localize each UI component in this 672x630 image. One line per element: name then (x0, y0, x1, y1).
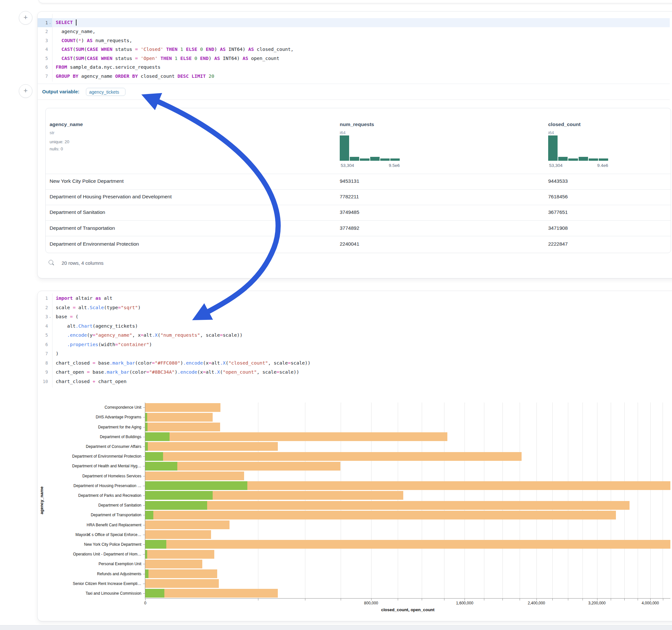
closed_count-bar (145, 442, 278, 451)
x-axis-tick (341, 599, 341, 601)
y-axis-label: Department for the Aging (44, 425, 141, 429)
code-line[interactable]: 4 CAST(SUM(CASE WHEN status = 'Closed' T… (38, 45, 670, 54)
column-header[interactable]: closed_count (548, 122, 581, 127)
code-line[interactable]: 2scale = alt.Scale(type="sqrt") (38, 303, 670, 312)
column-type: i64 (340, 130, 345, 135)
closed_count-bar (145, 471, 244, 480)
gridline (258, 403, 258, 598)
table-cell[interactable]: 7782211 (340, 194, 359, 200)
table-cell[interactable]: 3677651 (548, 209, 568, 215)
open_count-bar (145, 540, 166, 549)
open_count-bar (145, 462, 177, 470)
code-line[interactable]: 3 COUNT(*) AS num_requests, (38, 36, 670, 45)
y-axis-label: Department of Consumer Affairs (44, 444, 141, 449)
table-cell[interactable]: 3749485 (340, 209, 359, 215)
closed_count-bar (145, 579, 219, 588)
y-axis-label: Department of Transportation (44, 513, 141, 517)
table-cell[interactable]: 3774892 (340, 225, 359, 231)
open_count-bar (145, 501, 207, 510)
table-cell[interactable]: 2240041 (340, 241, 359, 247)
closed_count-bar (145, 550, 214, 559)
code-line[interactable]: 8chart_closed = base.mark_bar(color="#FF… (38, 358, 670, 368)
code-line[interactable]: 1import altair as alt (38, 294, 670, 303)
table-cell[interactable]: Department of Transportation (50, 225, 115, 231)
table-cell[interactable]: 9443533 (548, 178, 568, 184)
code-line[interactable]: 9chart_open = base.mark_bar(color="#8BC3… (38, 367, 670, 377)
column-histogram (340, 136, 400, 161)
code-line[interactable]: 7GROUP BY agency_name ORDER BY closed_co… (38, 72, 670, 81)
x-axis-tick-label: 0 (144, 601, 146, 605)
histogram-min-label: 53,304 (549, 163, 562, 168)
code-text: scale = alt.Scale(type="sqrt") (52, 305, 141, 310)
line-gutter: 5 (38, 331, 52, 340)
table-cell[interactable]: New York City Police Department (50, 178, 123, 184)
x-axis-tick (502, 599, 503, 601)
chart-plot-area (145, 403, 670, 598)
line-gutter: 3⌄ (38, 312, 52, 321)
x-axis-tick (464, 599, 465, 601)
y-axis-label: DHS Advantage Programs (44, 415, 141, 419)
open_count-bar (145, 511, 153, 519)
code-line[interactable]: 1⌄SELECT (38, 18, 670, 27)
gridline (638, 403, 638, 598)
code-line[interactable]: 6 .properties(width="container") (38, 340, 670, 349)
x-axis-tick (258, 599, 258, 601)
code-line[interactable]: 5 CAST(SUM(CASE WHEN status = 'Open' THE… (38, 54, 670, 63)
line-number: 10 (38, 379, 48, 384)
gridline (371, 403, 371, 598)
y-axis-label: New York City Police Department (44, 542, 141, 547)
code-line[interactable]: 2 agency_name, (38, 27, 670, 36)
notebook-page: { "sql_cell": { "output_label": "Output … (0, 0, 672, 630)
table-cell[interactable]: Department of Sanitation (50, 209, 105, 215)
y-axis-label: Senior Citizen Rent Increase Exempti… (44, 581, 141, 586)
x-axis-tick (398, 599, 398, 601)
line-number: 4 (38, 323, 48, 329)
code-text: agency_name, (52, 29, 95, 34)
x-axis-tick-label: 800,000 (364, 601, 378, 605)
fold-chevron-icon[interactable]: ⌄ (48, 21, 52, 24)
code-line[interactable]: 7) (38, 349, 670, 358)
code-line[interactable]: 4 alt.Chart(agency_tickets) (38, 321, 670, 331)
histogram-bar (589, 159, 598, 161)
line-number: 7 (38, 74, 48, 79)
fold-chevron-icon[interactable]: ⌄ (48, 315, 52, 318)
row-separator (46, 205, 671, 205)
y-axis-label: Correspondence Unit (44, 405, 141, 410)
add-cell-button-output[interactable]: + (19, 84, 32, 98)
column-type: str (50, 130, 54, 135)
code-text: FROM sample_data.nyc.service_requests (52, 65, 161, 70)
column-type: i64 (548, 130, 554, 135)
table-cell[interactable]: 3471908 (548, 225, 568, 231)
y-axis-label: Personal Exemption Unit (44, 562, 141, 566)
line-gutter: 8 (38, 358, 52, 368)
row-separator (46, 236, 671, 236)
table-cell[interactable]: 7618456 (548, 194, 568, 200)
table-cell[interactable]: 2222847 (548, 241, 568, 247)
line-gutter: 2 (38, 27, 52, 36)
code-line[interactable]: 3⌄base = ( (38, 312, 670, 321)
open_count-bar (145, 432, 170, 441)
code-line[interactable]: 5 .encode(y="agency_name", x=alt.X("num_… (38, 331, 670, 340)
x-axis-tick (650, 599, 651, 601)
sql-code-editor[interactable]: 1⌄SELECT 2 agency_name,3 COUNT(*) AS num… (38, 18, 670, 81)
gridline (611, 403, 611, 598)
code-line[interactable]: 10chart_closed + chart_open (38, 377, 670, 386)
open_count-bar (145, 442, 148, 451)
column-header[interactable]: agency_name (50, 122, 83, 127)
code-text: base = ( (52, 314, 78, 319)
table-cell[interactable]: Department of Housing Preservation and D… (50, 194, 172, 200)
code-text: chart_closed = base.mark_bar(color="#FFC… (52, 360, 311, 366)
code-line[interactable]: 6FROM sample_data.nyc.service_requests (38, 63, 670, 72)
add-cell-button-top[interactable]: + (19, 11, 32, 25)
closed_count-bar (145, 520, 230, 529)
table-cell[interactable]: 9453131 (340, 178, 359, 184)
column-header[interactable]: num_requests (340, 122, 374, 127)
gridline (422, 403, 422, 598)
y-axis-label: Department of Health and Mental Hyg… (44, 464, 141, 468)
y-axis-label: Department of Homeless Services (44, 474, 141, 478)
table-cell[interactable]: Department of Environmental Protection (50, 241, 139, 247)
python-code-editor[interactable]: 1import altair as alt2scale = alt.Scale(… (38, 294, 670, 386)
y-axis-label: Department of Environmental Protection (44, 454, 141, 459)
search-icon[interactable] (49, 260, 53, 264)
output-variable-pill[interactable]: agency_tickets (86, 88, 125, 96)
